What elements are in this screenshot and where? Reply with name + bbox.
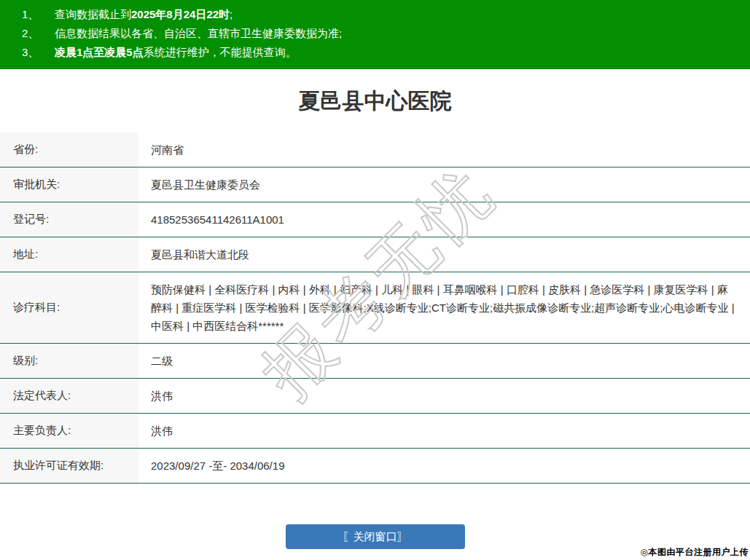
table-row: 登记号:41852536541142611A1001 <box>0 202 750 237</box>
notice-text-segment: 2025年8月24日22时 <box>131 8 230 20</box>
hospital-info-table: 省份:河南省审批机关:夏邑县卫生健康委员会登记号:418525365411426… <box>0 133 750 484</box>
row-label: 主要负责人: <box>0 414 138 448</box>
uploader-copyright-note: ◎本图由平台注册用户上传 <box>641 546 749 559</box>
row-label: 登记号: <box>0 202 138 237</box>
row-label: 省份: <box>0 133 138 167</box>
notice-text-segment: 信息数据结果以各省、自治区、直辖市卫生健康委数据为准; <box>55 27 342 39</box>
row-label: 法定代表人: <box>0 379 138 413</box>
notice-list: 1、查询数据截止到2025年8月24日22时;2、信息数据结果以各省、自治区、直… <box>0 5 750 62</box>
banner-notice: 1、查询数据截止到2025年8月24日22时; <box>0 5 750 24</box>
table-row: 执业许可证有效期:2023/09/27 -至- 2034/06/19 <box>0 449 750 484</box>
button-row: 〖关闭窗口〗 <box>0 524 750 549</box>
banner-notice: 3、凌晨1点至凌晨5点系统进行维护，不能提供查询。 <box>0 43 750 62</box>
row-label: 诊疗科目: <box>0 272 138 343</box>
table-row: 诊疗科目:预防保健科 | 全科医疗科 | 内科 | 外科 | 妇产科 | 儿科 … <box>0 272 750 344</box>
row-value: 2023/09/27 -至- 2034/06/19 <box>138 449 750 483</box>
page: { "colors": { "banner_bg": "#029002", "b… <box>0 0 750 560</box>
table-row: 级别:二级 <box>0 344 750 379</box>
page-title: 夏邑县中心医院 <box>0 87 750 117</box>
close-window-button[interactable]: 〖关闭窗口〗 <box>286 524 465 549</box>
notice-text: 查询数据截止到2025年8月24日22时; <box>55 5 233 24</box>
table-row: 地址:夏邑县和谐大道北段 <box>0 237 750 272</box>
row-value: 洪伟 <box>138 414 750 448</box>
notice-number: 1、 <box>22 5 55 24</box>
notice-number: 2、 <box>22 24 55 43</box>
notice-text-segment: 凌晨1点至凌晨5点 <box>55 46 144 58</box>
notice-text-segment: ; <box>230 8 233 20</box>
row-label: 级别: <box>0 344 138 378</box>
row-value: 预防保健科 | 全科医疗科 | 内科 | 外科 | 妇产科 | 儿科 | 眼科 … <box>138 272 750 343</box>
notice-text: 凌晨1点至凌晨5点系统进行维护，不能提供查询。 <box>55 43 297 62</box>
notice-banner: 1、查询数据截止到2025年8月24日22时;2、信息数据结果以各省、自治区、直… <box>0 0 750 69</box>
banner-notice: 2、信息数据结果以各省、自治区、直辖市卫生健康委数据为准; <box>0 24 750 43</box>
table-row: 主要负责人:洪伟 <box>0 414 750 449</box>
row-value: 洪伟 <box>138 379 750 413</box>
table-row: 法定代表人:洪伟 <box>0 379 750 414</box>
table-row: 审批机关:夏邑县卫生健康委员会 <box>0 167 750 202</box>
row-value: 41852536541142611A1001 <box>138 202 750 237</box>
row-value: 河南省 <box>138 133 750 167</box>
table-row: 省份:河南省 <box>0 133 750 167</box>
row-value: 二级 <box>138 344 750 378</box>
row-value: 夏邑县卫生健康委员会 <box>138 167 750 202</box>
row-value: 夏邑县和谐大道北段 <box>138 237 750 272</box>
notice-text-segment: 查询数据截止到 <box>55 8 131 20</box>
row-label: 地址: <box>0 237 138 272</box>
notice-number: 3、 <box>22 43 55 62</box>
row-label: 审批机关: <box>0 167 138 202</box>
notice-text-segment: 系统进行维护，不能提供查询。 <box>144 46 297 58</box>
row-label: 执业许可证有效期: <box>0 449 138 483</box>
notice-text: 信息数据结果以各省、自治区、直辖市卫生健康委数据为准; <box>55 24 342 43</box>
